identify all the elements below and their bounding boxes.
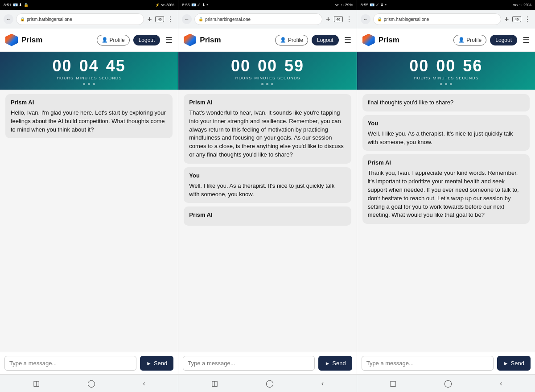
browser-url-2[interactable]: 🔒 prism.harbingersai.one [194,13,322,25]
nav-back-3[interactable]: ‹ [500,380,502,388]
send-button-3[interactable]: ► Send [497,356,531,371]
tab-icon-1[interactable]: 40 [155,16,164,22]
phone-panel-2: Prism 👤 Profile Logout ☰ 00 00 59 HOURS … [178,29,357,374]
chat-text-2-0: That's wonderful to hear, Ivan. It sound… [189,109,343,158]
status-bar-2: 8:55 📧 ✓ ⬇ • 5G ↑↓ 29% [178,0,357,10]
browser-back-2[interactable]: ← [182,14,192,24]
chat-bubble-2-1: You Well. I like you. As a therapist. It… [184,167,351,203]
app-navbar-2: Prism 👤 Profile Logout ☰ [178,29,356,52]
logout-button-3[interactable]: Logout [490,35,517,45]
chat-text-1-0: Hello, Ivan. I'm glad you're here. Let's… [11,109,166,133]
chat-text-3-2: Thank you, Ivan. I appreciate your kind … [368,169,519,218]
battery-2: 29% [345,3,353,7]
timer-seconds-2: 59 [284,58,304,74]
add-tab-2[interactable]: + [325,15,331,23]
timer-dot-2c [271,83,273,85]
hours-label-2: HOURS [235,76,252,80]
signal-3: 5G ↑↓ [513,3,523,7]
browser-menu-2[interactable]: ⋮ [346,15,353,24]
add-tab-1[interactable]: + [147,15,152,23]
send-icon-2: ► [325,360,330,367]
phone-panel-1: Prism 👤 Profile Logout ☰ 00 04 45 HOURS … [0,29,178,374]
seconds-label-1: SECONDS [99,76,122,80]
battery-3: 29% [523,3,531,7]
browser-bar-3: ← 🔒 prism.harbingersai.one + 40 ⋮ [357,10,535,29]
bottom-navs: ◫ ◯ ‹ ◫ ◯ ‹ ◫ ◯ ‹ [0,374,535,392]
timer-dot-1c [93,83,95,85]
nav-home-3[interactable]: ◯ [444,379,452,388]
nav-home-1[interactable]: ◯ [87,379,95,388]
timer-bar-1: 00 04 45 HOURS MINUTES SECONDS [0,52,178,90]
profile-button-3[interactable]: 👤 Profile [453,35,486,45]
browser-url-3[interactable]: 🔒 prism.harbingersai.one [373,13,501,25]
chat-text-3-0: final thoughts you'd like to share? [368,99,454,106]
send-button-1[interactable]: ► Send [140,356,173,371]
nav-back-1[interactable]: ‹ [143,380,145,388]
chat-bubble-3-1: You Well. I like you. As a therapist. It… [362,115,530,151]
timer-dots-2 [178,83,356,85]
browser-menu-1[interactable]: ⋮ [167,15,174,24]
bottom-nav-2: ◫ ◯ ‹ [178,375,357,392]
add-tab-3[interactable]: + [504,15,510,23]
timer-seconds-1: 45 [106,58,126,74]
browser-bars: ← 🔒 prism.harbingersai.one + 40 ⋮ ← 🔒 pr… [0,10,535,29]
profile-icon-2: 👤 [280,37,286,43]
tab-icon-3[interactable]: 40 [512,16,521,22]
message-input-2[interactable] [183,356,315,371]
bottom-nav-1: ◫ ◯ ‹ [0,375,178,392]
profile-button-1[interactable]: 👤 Profile [97,35,130,45]
profile-button-2[interactable]: 👤 Profile [275,35,308,45]
timer-labels-1: HOURS MINUTES SECONDS [0,76,178,80]
browser-back-3[interactable]: ← [361,14,370,24]
tab-icon-2[interactable]: 40 [334,16,343,22]
url-text-1: prism.harbingersai.one [27,17,72,22]
timer-minutes-1: 04 [79,58,99,74]
seconds-label-2: SECONDS [277,76,300,80]
app-navbar-1: Prism 👤 Profile Logout ☰ [0,29,178,52]
nav-recent-1[interactable]: ◫ [33,379,40,388]
message-input-3[interactable] [362,356,494,371]
prism-logo-1 [5,34,18,46]
nav-home-2[interactable]: ◯ [266,379,274,388]
chat-sender-3-1: You [368,120,524,128]
url-text-3: prism.harbingersai.one [384,17,429,22]
nav-recent-3[interactable]: ◫ [390,379,396,388]
message-input-row-3: ► Send [357,352,535,374]
hamburger-icon-1[interactable]: ☰ [165,35,173,45]
timer-seconds-3: 56 [463,58,482,74]
browser-bar-1: ← 🔒 prism.harbingersai.one + 40 ⋮ [0,10,178,29]
message-input-1[interactable] [4,356,136,371]
signal-2: 5G ↑↓ [335,3,344,7]
timer-dot-2a [261,83,263,85]
logout-button-1[interactable]: Logout [133,35,160,45]
url-text-2: prism.harbingersai.one [205,17,251,22]
nav-recent-2[interactable]: ◫ [211,379,218,388]
chat-sender-1-0: Prism AI [11,99,167,107]
browser-back-1[interactable]: ← [4,14,13,24]
send-label-3: Send [511,360,524,367]
chat-sender-2-2: Prism AI [189,211,346,219]
battery-1: 30% [166,3,174,7]
timer-dot-3c [450,83,452,85]
bottom-nav-3: ◫ ◯ ‹ [357,375,535,392]
logout-button-2[interactable]: Logout [312,35,339,45]
timer-hours-3: 00 [409,58,429,74]
chat-sender-3-2: Prism AI [368,159,524,167]
chat-bubble-3-0: final thoughts you'd like to share? [362,94,530,111]
minutes-label-2: MINUTES [254,76,276,80]
hamburger-icon-3[interactable]: ☰ [523,35,530,45]
chat-text-2-1: Well. I like you. As a therapist. It's n… [189,182,334,198]
browser-menu-3[interactable]: ⋮ [524,15,531,24]
minutes-label-3: MINUTES [433,76,454,80]
nav-back-2[interactable]: ‹ [321,380,324,388]
timer-dot-3a [440,83,442,85]
timer-digits-3: 00 00 56 [357,58,535,74]
send-button-2[interactable]: ► Send [318,356,352,371]
browser-url-1[interactable]: 🔒 prism.harbingersai.one [16,13,144,25]
status-bar-1: 8:51 📧 ⬇ 🔒 ⚡ 5G 30% [0,0,178,10]
timer-dot-3b [445,83,447,85]
hamburger-icon-2[interactable]: ☰ [344,35,351,45]
timer-labels-3: HOURS MINUTES SECONDS [357,76,535,80]
profile-label-3: Profile [466,37,482,43]
app-brand-2: Prism [200,36,272,45]
